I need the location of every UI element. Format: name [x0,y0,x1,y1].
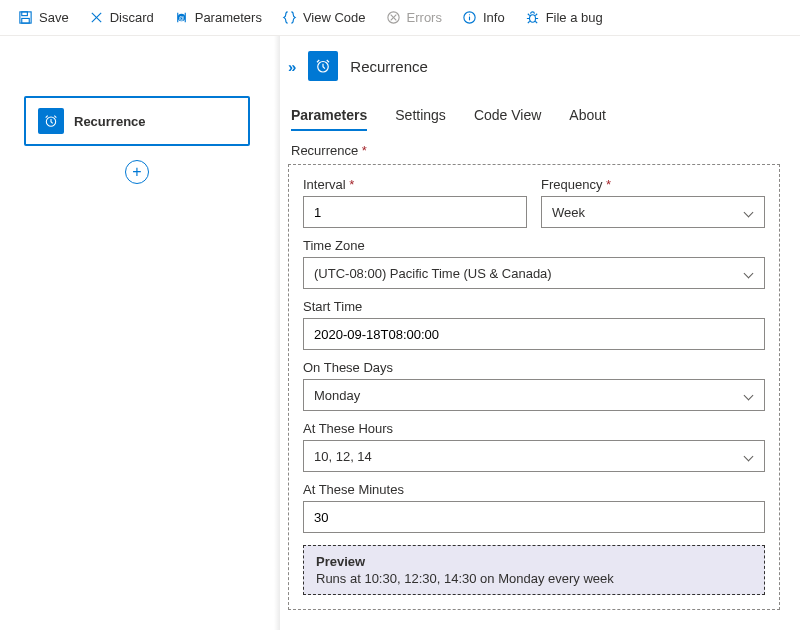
designer-canvas: Recurrence + [0,36,280,630]
chevron-down-icon [744,207,754,217]
clock-icon [38,108,64,134]
info-icon [462,10,477,25]
trigger-card-label: Recurrence [74,114,146,129]
svg-rect-1 [22,12,28,16]
chevron-down-icon [744,390,754,400]
recurrence-fieldset: Interval Frequency Week Time Zone (UTC-0… [288,164,780,610]
tab-parameters[interactable]: Parameters [291,101,367,131]
collapse-button[interactable]: » [288,58,296,75]
section-label-recurrence: Recurrence [291,143,780,158]
svg-point-12 [469,14,470,15]
errors-button: Errors [378,6,450,29]
clock-icon [308,51,338,81]
save-button[interactable]: Save [10,6,77,29]
minutes-input[interactable] [303,501,765,533]
tab-settings[interactable]: Settings [395,101,446,131]
discard-button[interactable]: Discard [81,6,162,29]
svg-rect-2 [22,18,30,23]
chevron-down-icon [744,451,754,461]
info-button[interactable]: Info [454,6,513,29]
error-icon [386,10,401,25]
file-bug-button[interactable]: File a bug [517,6,611,29]
view-code-button[interactable]: View Code [274,6,374,29]
starttime-label: Start Time [303,299,765,314]
parameters-button[interactable]: @ Parameters [166,6,270,29]
days-label: On These Days [303,360,765,375]
tab-about[interactable]: About [569,101,606,131]
toolbar: Save Discard @ Parameters View Code Erro… [0,0,800,36]
tab-code-view[interactable]: Code View [474,101,541,131]
hours-label: At These Hours [303,421,765,436]
frequency-select[interactable]: Week [541,196,765,228]
add-step-button[interactable]: + [125,160,149,184]
details-panel: » Recurrence Parameters Settings Code Vi… [280,36,800,630]
preview-title: Preview [316,554,752,569]
panel-title: Recurrence [350,58,428,75]
days-select[interactable]: Monday [303,379,765,411]
interval-label: Interval [303,177,527,192]
bug-icon [525,10,540,25]
close-icon [89,10,104,25]
starttime-input[interactable] [303,318,765,350]
preview-box: Preview Runs at 10:30, 12:30, 14:30 on M… [303,545,765,595]
timezone-select[interactable]: (UTC-08:00) Pacific Time (US & Canada) [303,257,765,289]
interval-input[interactable] [303,196,527,228]
svg-point-13 [529,15,535,23]
minutes-label: At These Minutes [303,482,765,497]
frequency-label: Frequency [541,177,765,192]
hours-select[interactable]: 10, 12, 14 [303,440,765,472]
svg-text:@: @ [178,15,184,21]
braces-icon [282,10,297,25]
chevron-down-icon [744,268,754,278]
save-icon [18,10,33,25]
timezone-label: Time Zone [303,238,765,253]
preview-text: Runs at 10:30, 12:30, 14:30 on Monday ev… [316,571,752,586]
trigger-card-recurrence[interactable]: Recurrence [24,96,250,146]
parameters-icon: @ [174,10,189,25]
panel-tabs: Parameters Settings Code View About [291,101,780,131]
